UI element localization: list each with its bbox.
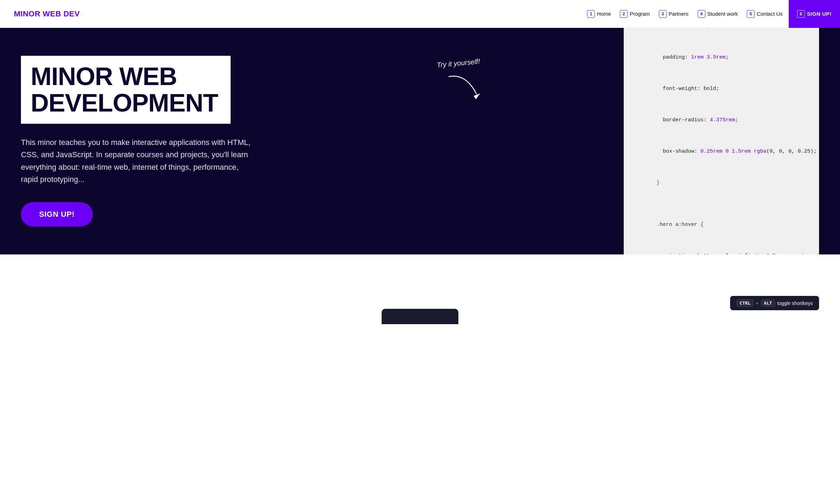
hero-title-box: MINOR WEB DEVELOPMENT — [21, 56, 231, 124]
hero-signup-button[interactable]: SIGN UP! — [21, 202, 93, 227]
shortkeys-hint: CTRL + ALT toggle shortkeys — [730, 296, 819, 310]
svg-marker-0 — [474, 93, 480, 99]
ctrl-key: CTRL — [736, 299, 753, 307]
nav-num-2: 2 — [620, 10, 628, 18]
code-line-6: box-shadow: 0.25rem 0 1.5rem rgba(0, 0, … — [638, 136, 805, 167]
code-line-8 — [638, 199, 805, 209]
hero-section: MINOR WEB DEVELOPMENT This minor teaches… — [0, 28, 840, 254]
nav-item-program[interactable]: 2 Program — [617, 9, 653, 19]
code-line-7: } — [638, 167, 805, 199]
nav-item-contact[interactable]: 5 Contact Us — [744, 9, 785, 19]
navbar: MINOR WEB DEV 1 Home 2 Program 3 Partner… — [0, 0, 840, 28]
nav-label-student-work: Student work — [707, 11, 738, 17]
nav-num-6: 6 — [797, 10, 805, 18]
brand-logo: MINOR WEB DEV — [14, 9, 80, 18]
nav-label-signup: SIGN UP! — [807, 11, 832, 17]
hero-description: This minor teaches you to make interacti… — [21, 136, 251, 185]
shortkeys-label: toggle shortkeys — [777, 300, 813, 306]
alt-key: ALT — [761, 299, 775, 307]
code-line-2: color: #FFFFFF; — [638, 28, 805, 42]
nav-label-contact: Contact Us — [757, 11, 782, 17]
hero-title: MINOR WEB DEVELOPMENT — [31, 63, 218, 116]
bottom-section: CTRL + ALT toggle shortkeys — [0, 254, 840, 324]
nav-item-signup[interactable]: 6 SIGN UP! — [789, 0, 826, 28]
bottom-dark-bar — [382, 309, 458, 324]
plus-sign: + — [756, 300, 758, 306]
code-line-3: padding: 1rem 3.5rem; — [638, 42, 805, 73]
code-line-4: font-weight: bold; — [638, 73, 805, 105]
nav-label-home: Home — [597, 11, 611, 17]
nav-num-4: 4 — [698, 10, 705, 18]
code-line-9: .hero a:hover { — [638, 209, 805, 240]
nav-num-5: 5 — [747, 10, 755, 18]
nav-links: 1 Home 2 Program 3 Partners 4 Student wo… — [584, 0, 826, 28]
nav-label-program: Program — [630, 11, 650, 17]
nav-item-home[interactable]: 1 Home — [584, 9, 614, 19]
code-line-10: animation: button-pulse infinite 1.5 s e… — [638, 240, 805, 254]
nav-item-partners[interactable]: 3 Partners — [656, 9, 691, 19]
nav-label-partners: Partners — [669, 11, 689, 17]
try-it-arrow — [445, 73, 487, 101]
code-editor: background-color: #6A00F5; color: #FFFFF… — [624, 28, 819, 254]
nav-num-3: 3 — [659, 10, 667, 18]
nav-num-1: 1 — [587, 10, 595, 18]
nav-item-student-work[interactable]: 4 Student work — [695, 9, 741, 19]
code-line-5: border-radius: 4.375rem; — [638, 105, 805, 136]
hero-left: MINOR WEB DEVELOPMENT This minor teaches… — [21, 56, 460, 227]
